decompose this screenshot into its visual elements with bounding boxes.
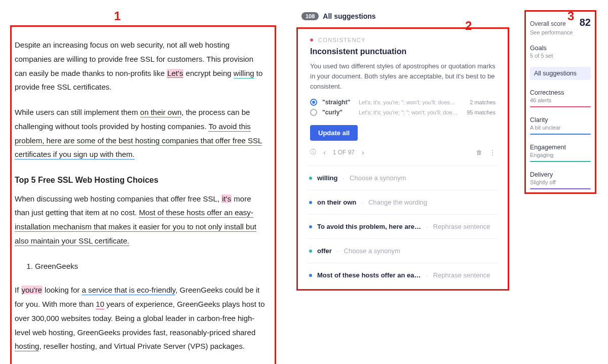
paragraph[interactable]: While users can still implement them on … — [15, 105, 268, 161]
header-label: All suggestions — [323, 12, 375, 20]
metric-bar — [530, 134, 591, 135]
prev-icon[interactable]: ‹ — [323, 148, 326, 156]
suggestion-list-item[interactable]: on their own·Change the wording — [307, 190, 499, 214]
pager-text: 1 OF 97 — [333, 149, 355, 156]
list-item-action: Choose a synonym — [350, 174, 406, 182]
metric-correctness[interactable]: Correctness46 alerts — [530, 89, 591, 107]
dot-sep: · — [426, 271, 428, 279]
category-label: CONSISTENCY — [318, 37, 366, 43]
metric-bar — [530, 106, 591, 107]
underline-blue[interactable]: a service that is eco-friendly — [82, 286, 175, 295]
text: If — [15, 286, 21, 294]
highlighted-word[interactable]: you're — [21, 286, 43, 294]
list-item-text: willing — [317, 174, 337, 182]
metric-sub: A bit unclear — [530, 125, 591, 131]
metric-delivery[interactable]: DeliverySlightly off — [530, 171, 591, 189]
annotation-1: 1 — [114, 9, 121, 23]
count-badge: 108 — [301, 12, 319, 20]
underline-blue[interactable]: on their own — [140, 108, 182, 117]
all-suggestions-tab[interactable]: All suggestions — [530, 67, 591, 80]
help-icon[interactable]: ⓘ — [310, 148, 316, 156]
trash-icon[interactable]: 🗑 — [476, 149, 482, 156]
list-item: GreenGeeks — [35, 259, 268, 273]
goals-sub: 5 of 5 set — [530, 53, 591, 59]
score-sub[interactable]: See performance — [530, 29, 591, 35]
suggestion-list-item[interactable]: willing·Choose a synonym — [307, 166, 499, 190]
paragraph[interactable]: If you're looking for a service that is … — [15, 283, 268, 353]
text: encrypt being — [183, 69, 233, 77]
metric-bar — [530, 188, 591, 189]
category-dot-icon — [310, 38, 313, 42]
list-dot-icon — [309, 201, 312, 204]
metric-title: Engagement — [530, 144, 591, 151]
option-straight[interactable]: "straight" Let's; it's; you're; "; won't… — [310, 99, 496, 106]
paragraph[interactable]: When discussing web hosting companies th… — [15, 192, 268, 248]
metric-title: Delivery — [530, 171, 591, 178]
goals-label: Goals — [530, 45, 591, 52]
metric-sub: Slightly off — [530, 179, 591, 185]
list-item-action: Rephrase sentence — [433, 223, 490, 230]
list-dot-icon — [309, 250, 312, 253]
option-curly[interactable]: "curly" Let's; it's; you're; "; "; won't… — [310, 109, 496, 116]
underline-red[interactable]: 10 — [96, 300, 104, 309]
suggestions-panel: CONSISTENCY Inconsistent punctuation You… — [296, 27, 509, 291]
suggestions-header[interactable]: 108 All suggestions — [301, 12, 509, 20]
metric-sub: 46 alerts — [530, 97, 591, 103]
metric-title: Correctness — [530, 89, 591, 96]
option-name: "curly" — [322, 109, 354, 116]
metric-clarity[interactable]: ClarityA bit unclear — [530, 116, 591, 135]
overall-score[interactable]: Overall score 82 — [530, 17, 591, 28]
suggestion-card[interactable]: CONSISTENCY Inconsistent punctuation You… — [307, 35, 499, 166]
radio-selected-icon[interactable] — [310, 99, 317, 106]
list-item-action: Choose a synonym — [344, 247, 400, 255]
suggestion-list-item[interactable]: To avoid this problem, here are so…·Reph… — [307, 214, 499, 238]
next-icon[interactable]: › — [362, 148, 364, 156]
heading: Top 5 Free SSL Web Hosting Choices — [15, 173, 268, 188]
underline-blue[interactable]: hosting — [15, 342, 39, 351]
metric-engagement[interactable]: EngagementEngaging — [530, 144, 591, 162]
score-value: 82 — [580, 17, 591, 28]
metric-title: Clarity — [530, 116, 591, 124]
list-item-action: Rephrase sentence — [433, 271, 490, 279]
highlighted-word[interactable]: it's — [221, 194, 232, 203]
ordered-list: GreenGeeks — [35, 259, 268, 273]
option-matches: 2 matches — [470, 99, 496, 105]
list-dot-icon — [309, 274, 312, 277]
more-icon[interactable]: ⋮ — [489, 149, 496, 156]
dot-sep: · — [426, 223, 428, 230]
list-item-text: offer — [317, 247, 332, 255]
dot-sep: · — [343, 174, 345, 182]
metric-bar — [530, 161, 591, 162]
annotation-3: 3 — [567, 9, 574, 23]
option-preview: Let's; it's; you're; "; "; won't; you'll… — [359, 109, 462, 115]
radio-unselected-icon[interactable] — [310, 109, 317, 116]
list-item-text: To avoid this problem, here are so… — [317, 223, 421, 230]
text: looking for — [43, 286, 82, 294]
paragraph[interactable]: Despite an increasing focus on web secur… — [15, 38, 268, 94]
text: While users can still implement them — [15, 108, 140, 116]
sidebar-panel: Overall score 82 See performance Goals 5… — [524, 10, 596, 194]
text: , reseller hosting, and Virtual Private … — [39, 342, 245, 350]
annotation-2: 2 — [465, 19, 472, 33]
card-description: You used two different styles of apostro… — [310, 61, 496, 92]
list-dot-icon — [309, 177, 312, 180]
option-preview: Let's; it's; you're; "; won't; you'll; d… — [359, 99, 465, 105]
highlighted-word[interactable]: Let's — [167, 69, 183, 78]
option-name: "straight" — [322, 99, 354, 106]
option-matches: 95 matches — [467, 109, 496, 115]
suggestion-list-item[interactable]: offer·Choose a synonym — [307, 238, 499, 263]
dot-sep: · — [337, 247, 339, 255]
editor-pane[interactable]: Despite an increasing focus on web secur… — [10, 25, 276, 364]
list-item-text: Most of these hosts offer an easy… — [317, 271, 421, 279]
metric-sub: Engaging — [530, 152, 591, 158]
update-all-button[interactable]: Update all — [310, 125, 358, 141]
suggestion-list-item[interactable]: Most of these hosts offer an easy…·Rephr… — [307, 263, 499, 287]
score-label: Overall score — [530, 20, 566, 27]
text: When discussing web hosting companies th… — [15, 194, 221, 203]
card-title: Inconsistent punctuation — [310, 47, 496, 56]
underline-teal[interactable]: willing — [234, 69, 254, 78]
list-dot-icon — [309, 225, 312, 228]
goals-section[interactable]: Goals 5 of 5 set — [530, 45, 591, 59]
list-item-text: on their own — [317, 198, 356, 206]
dot-sep: · — [361, 198, 363, 206]
